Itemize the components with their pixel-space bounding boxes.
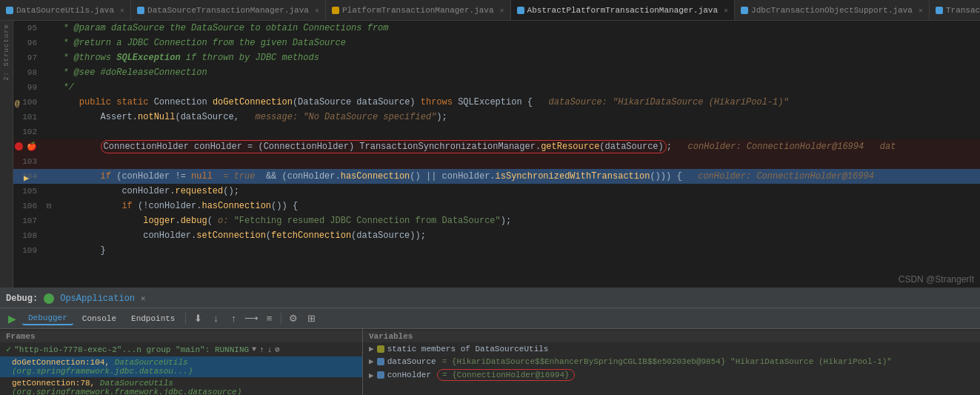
frame-method-1: getConnection:78, [12, 379, 95, 388]
tab-icon-transact [936, 7, 943, 14]
debug-tab-endpoints[interactable]: Endpoints [125, 313, 181, 325]
line-number-101: 101 [13, 110, 43, 125]
debug-app-name[interactable]: OpsApplication [60, 293, 135, 304]
code-line-97: 97 * @throws SQLException if thrown by J… [13, 50, 980, 65]
tab-close-datasourcetxmanager[interactable]: ✕ [315, 6, 319, 15]
line-number-95: 95 [13, 21, 43, 36]
frame-method-0: doGetConnection:104, [12, 358, 110, 367]
var-name-datasource: dataSource [387, 357, 436, 366]
line-number-97: 97 [13, 50, 43, 65]
tab-close-platformtxmanager[interactable]: ✕ [500, 6, 504, 15]
thread-name: "http-nio-7778-exec-2"...n group "main":… [14, 345, 249, 354]
tab-datasourcetxmanager[interactable]: DataSourceTransactionManager.java ✕ [131, 0, 326, 21]
debug-tab-console[interactable]: Console [76, 313, 122, 325]
line-content-106: if (!conHolder.hasConnection()) { [55, 199, 980, 213]
tab-transact[interactable]: Transact... ✕ [930, 0, 980, 21]
line-number-109: 109 [13, 243, 43, 258]
thread-up-button[interactable]: ↑ [259, 345, 264, 354]
app-icon [44, 293, 54, 304]
debug-tab-debugger[interactable]: Debugger [22, 312, 73, 325]
settings-button[interactable]: ⚙ [286, 311, 301, 326]
debug-title: Debug: [6, 293, 38, 304]
code-line-105: 105 conHolder.requested(); [13, 184, 980, 199]
line-number-108: 108 [13, 228, 43, 243]
var-row-static[interactable]: ▶ static members of DataSourceUtils [363, 342, 980, 355]
line-number-104: ▶ 104 [13, 169, 43, 184]
frame-item-0[interactable]: doGetConnection:104, DataSourceUtils (or… [0, 356, 362, 377]
tab-datasourceutils[interactable]: DataSourceUtils.java ✕ [0, 0, 131, 21]
line-number-99: 99 [13, 80, 43, 95]
line-number-98: 98 [13, 65, 43, 80]
main-layout: 2: Structure 95 * @param dataSource the … [0, 21, 980, 288]
var-expand-static[interactable]: ▶ [369, 344, 374, 353]
var-icon-datasource [377, 358, 384, 365]
frame-package-1: (org.springframework.framework.jdbc.data… [12, 388, 241, 395]
tab-jdbctxobjectsupport[interactable]: JdbcTransactionObjectSupport.java ✕ [735, 0, 930, 21]
line-content-101: Assert.notNull(dataSource, message: "No … [55, 110, 980, 125]
step-over-button[interactable]: ⬇ [190, 311, 205, 326]
line-content-98: * @see #doReleaseConnection [55, 65, 980, 80]
line-number-100: @ 100 [13, 95, 43, 110]
variables-panel: Variables ▶ static members of DataSource… [363, 329, 980, 395]
line-content-105: conHolder.requested(); [55, 184, 980, 199]
code-line-96: 96 * @return a JDBC Connection from the … [13, 36, 980, 50]
step-into-button[interactable]: ↓ [208, 311, 223, 326]
tab-icon-datasourcetxmanager [137, 7, 144, 14]
tab-platformtxmanager[interactable]: PlatformTransactionManager.java ✕ [326, 0, 511, 21]
line-content-99: */ [55, 80, 980, 95]
line-content-95: * @param dataSource the DataSource to ob… [55, 21, 980, 36]
line-content-103: ConnectionHolder conHolder = (Connection… [55, 139, 980, 154]
code-line-103: 🍎 103 ConnectionHolder conHolder = (Conn… [13, 139, 980, 169]
thread-dropdown[interactable]: ▼ [252, 345, 256, 353]
tab-icon-abstractplatformtxmanager [517, 7, 524, 14]
line-content-96: * @return a JDBC Connection from the giv… [55, 36, 980, 50]
toolbar-separator-1 [185, 313, 186, 325]
line-content-97: * @throws SQLException if thrown by JDBC… [55, 50, 980, 65]
line-number-102: 102 [13, 125, 43, 139]
thread-filter-button[interactable]: ⊘ [275, 345, 280, 354]
line-number-105: 105 [13, 184, 43, 199]
run-to-cursor-button[interactable]: ⟶ [244, 311, 259, 326]
thread-row[interactable]: ✓ "http-nio-7778-exec-2"...n group "main… [0, 342, 362, 356]
code-line-100: @ 100 public static Connection doGetConn… [13, 95, 980, 110]
var-row-datasource[interactable]: ▶ dataSource = {HikariDataSource$$Enhanc… [363, 355, 980, 368]
frame-class-1: DataSourceUtils [100, 379, 173, 388]
tab-abstractplatformtxmanager[interactable]: AbstractPlatformTransactionManager.java … [511, 0, 735, 21]
line-content-100: public static Connection doGetConnection… [55, 95, 980, 110]
var-name-conholder: conHolder [387, 371, 431, 379]
tab-label-datasourceutils: DataSourceUtils.java [16, 6, 114, 15]
var-value-conholder: = {ConnectionHolder@16994} [437, 369, 575, 381]
code-line-108: 108 conHolder.setConnection(fetchConnect… [13, 228, 980, 243]
tab-label-jdbctxobjectsupport: JdbcTransactionObjectSupport.java [751, 6, 913, 15]
code-line-102: 102 [13, 125, 980, 139]
code-line-109: 109 } [13, 243, 980, 258]
var-expand-datasource[interactable]: ▶ [369, 356, 374, 366]
thread-down-button[interactable]: ↓ [267, 345, 273, 354]
code-line-95: 95 * @param dataSource the DataSource to… [13, 21, 980, 36]
code-line-98: 98 * @see #doReleaseConnection [13, 65, 980, 80]
tab-close-jdbctxobjectsupport[interactable]: ✕ [919, 6, 923, 15]
debug-panel: Debug: OpsApplication ✕ ▶ Debugger Conso… [0, 288, 980, 395]
layout-button[interactable]: ⊞ [304, 311, 319, 326]
var-expand-conholder[interactable]: ▶ [369, 371, 374, 380]
tab-close-abstractplatformtxmanager[interactable]: ✕ [724, 6, 728, 15]
code-editor[interactable]: 95 * @param dataSource the DataSource to… [13, 21, 980, 288]
evaluate-button[interactable]: ≡ [261, 311, 276, 326]
step-out-button[interactable]: ↑ [226, 311, 241, 326]
line-indicator-106: ⊟ [43, 199, 55, 213]
tab-label-abstractplatformtxmanager: AbstractPlatformTransactionManager.java [527, 6, 718, 15]
debug-close-icon[interactable]: ✕ [141, 293, 146, 303]
code-line-99: 99 */ [13, 80, 980, 95]
var-name-static: static members of DataSourceUtils [387, 345, 549, 353]
line-content-108: conHolder.setConnection(fetchConnection(… [55, 228, 980, 243]
sidebar-label-structure[interactable]: 2: Structure [3, 24, 10, 81]
tab-bar: DataSourceUtils.java ✕ DataSourceTransac… [0, 0, 980, 21]
var-value-datasource: = {HikariDataSource$$EnhancerBySpringCGL… [442, 357, 892, 366]
tab-close-datasourceutils[interactable]: ✕ [120, 6, 124, 15]
vars-header: Variables [363, 331, 980, 342]
debug-play-button[interactable]: ▶ [4, 311, 19, 326]
sidebar-structure[interactable]: 2: Structure [0, 21, 13, 288]
frame-item-1[interactable]: getConnection:78, DataSourceUtils (org.s… [0, 377, 362, 395]
var-row-conholder[interactable]: ▶ conHolder = {ConnectionHolder@16994} [363, 368, 980, 382]
frame-class-0: DataSourceUtils [115, 358, 188, 367]
